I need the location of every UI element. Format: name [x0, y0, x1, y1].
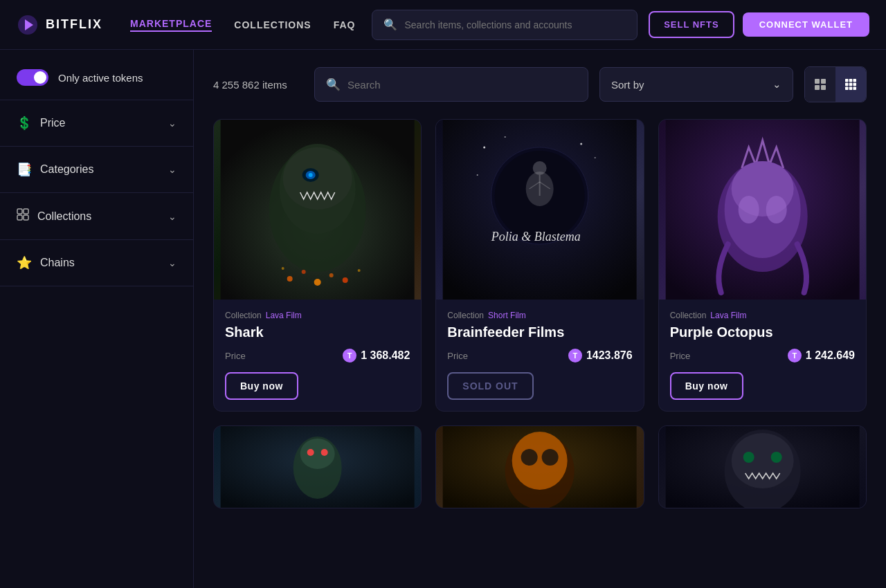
sort-by-dropdown[interactable]: Sort by ⌄ — [599, 67, 793, 102]
svg-point-29 — [329, 273, 334, 277]
price-label: Price — [40, 117, 65, 129]
collections-icon — [17, 208, 29, 224]
sidebar-section-price-left: 💲 Price — [17, 116, 65, 131]
octopus-price-label: Price — [670, 351, 691, 361]
sidebar-section-collections[interactable]: Collections ⌄ — [0, 193, 193, 240]
categories-label: Categories — [40, 163, 93, 176]
svg-point-52 — [766, 196, 786, 223]
sidebar-section-price[interactable]: 💲 Price ⌄ — [0, 100, 193, 147]
brainfeeder-price-row: Price T 1423.876 — [447, 349, 632, 362]
shark-buy-button[interactable]: Buy now — [225, 372, 298, 400]
svg-point-32 — [358, 269, 361, 272]
octopus-title: Purple Octopus — [670, 324, 855, 340]
octopus-price-row: Price T 1 242.649 — [670, 349, 855, 362]
connect-wallet-button[interactable]: CONNECT WALLET — [743, 12, 869, 37]
navbar-search-icon: 🔍 — [383, 18, 397, 31]
svg-point-25 — [309, 173, 313, 177]
sort-by-chevron-icon: ⌄ — [772, 78, 781, 91]
main-content: 4 255 862 items 🔍 Sort by ⌄ — [194, 50, 886, 588]
nft-image-octopus — [659, 120, 866, 300]
nft-image-partial-2 — [436, 426, 643, 508]
logo-icon — [17, 14, 39, 36]
octopus-collection-name: Lava Film — [710, 311, 746, 320]
octopus-buy-button[interactable]: Buy now — [670, 372, 743, 400]
brainfeeder-sold-out-button: SOLD OUT — [447, 372, 533, 400]
grid-view-button[interactable] — [805, 67, 835, 102]
nav-collections[interactable]: COLLECTIONS — [234, 19, 311, 30]
svg-point-27 — [302, 270, 306, 274]
svg-point-42 — [483, 147, 485, 149]
shark-price-row: Price T 1 368.482 — [225, 349, 410, 362]
nft-card-body-octopus: Collection Lava Film Purple Octopus Pric… — [659, 300, 866, 411]
svg-point-65 — [731, 433, 793, 488]
content-search-input[interactable] — [347, 79, 577, 91]
view-toggle — [804, 66, 867, 102]
octopus-token-icon: T — [788, 349, 802, 362]
svg-rect-14 — [849, 83, 853, 86]
shark-title: Shark — [225, 324, 410, 340]
svg-rect-6 — [815, 79, 820, 84]
svg-point-45 — [595, 157, 596, 158]
svg-point-51 — [738, 196, 759, 223]
shark-price-value: T 1 368.482 — [343, 349, 410, 362]
svg-point-55 — [300, 439, 335, 469]
shark-collection-label: Collection — [225, 311, 262, 320]
svg-rect-13 — [845, 83, 849, 86]
partial1-svg — [214, 426, 421, 508]
nft-card-shark: Collection Lava Film Shark Price T 1 368… — [213, 119, 422, 412]
content-search-container: 🔍 — [314, 67, 588, 102]
brainfeeder-svg: Polia & Blastema — [436, 120, 643, 300]
svg-point-61 — [521, 449, 538, 466]
nav-links: MARKETPLACE COLLECTIONS FAQ — [130, 18, 355, 32]
chains-label: Chains — [40, 257, 75, 269]
svg-rect-9 — [821, 85, 826, 90]
navbar-search-input[interactable] — [404, 19, 626, 30]
sell-nfts-button[interactable]: SELL NFTS — [649, 11, 734, 38]
svg-point-67 — [770, 452, 781, 463]
list-view-button[interactable] — [835, 67, 866, 102]
nav-marketplace[interactable]: MARKETPLACE — [130, 18, 212, 32]
chains-chevron-icon: ⌄ — [168, 257, 177, 268]
nft-image-partial-3 — [659, 426, 866, 508]
svg-rect-2 — [17, 209, 22, 214]
svg-rect-8 — [815, 85, 820, 90]
sidebar-section-categories[interactable]: 📑 Categories ⌄ — [0, 147, 193, 193]
toggle-knob — [34, 71, 46, 84]
octopus-collection-row: Collection Lava Film — [670, 311, 855, 320]
nav-faq[interactable]: FAQ — [334, 19, 356, 30]
svg-point-30 — [343, 277, 348, 283]
content-toolbar: 4 255 862 items 🔍 Sort by ⌄ — [213, 66, 867, 102]
svg-point-28 — [314, 279, 321, 286]
active-tokens-toggle-row: Only active tokens — [0, 50, 193, 100]
items-count: 4 255 862 items — [213, 79, 303, 91]
grid-4-icon — [844, 78, 857, 91]
octopus-collection-label: Collection — [670, 311, 707, 320]
brainfeeder-collection-name: Short Film — [488, 311, 526, 320]
svg-text:Polia & Blastema: Polia & Blastema — [491, 230, 581, 244]
svg-rect-3 — [24, 209, 28, 214]
shark-token-icon: T — [343, 349, 356, 362]
sidebar-section-chains[interactable]: ⭐ Chains ⌄ — [0, 240, 193, 286]
svg-point-66 — [743, 452, 754, 463]
categories-icon: 📑 — [17, 162, 32, 177]
octopus-price-value: T 1 242.649 — [788, 349, 855, 362]
svg-rect-10 — [845, 79, 849, 82]
logo-text: BITFLIX — [46, 17, 102, 32]
sidebar-section-chains-left: ⭐ Chains — [17, 255, 75, 270]
sidebar-section-categories-left: 📑 Categories — [17, 162, 93, 177]
partial2-svg — [436, 426, 643, 508]
svg-rect-18 — [853, 87, 857, 91]
price-chevron-icon: ⌄ — [168, 118, 177, 129]
shark-svg — [214, 120, 421, 300]
brainfeeder-title: Brainfeeder Films — [447, 324, 632, 340]
nft-card-body-shark: Collection Lava Film Shark Price T 1 368… — [214, 300, 421, 411]
content-search-icon: 🔍 — [326, 77, 341, 92]
nft-image-shark — [214, 120, 421, 300]
collections-label: Collections — [37, 210, 91, 223]
shark-collection-name: Lava Film — [266, 311, 302, 320]
price-icon: 💲 — [17, 116, 32, 131]
categories-chevron-icon: ⌄ — [168, 164, 177, 175]
active-tokens-toggle[interactable] — [17, 69, 48, 86]
svg-rect-11 — [849, 79, 853, 82]
nft-card-partial-2 — [435, 425, 644, 508]
